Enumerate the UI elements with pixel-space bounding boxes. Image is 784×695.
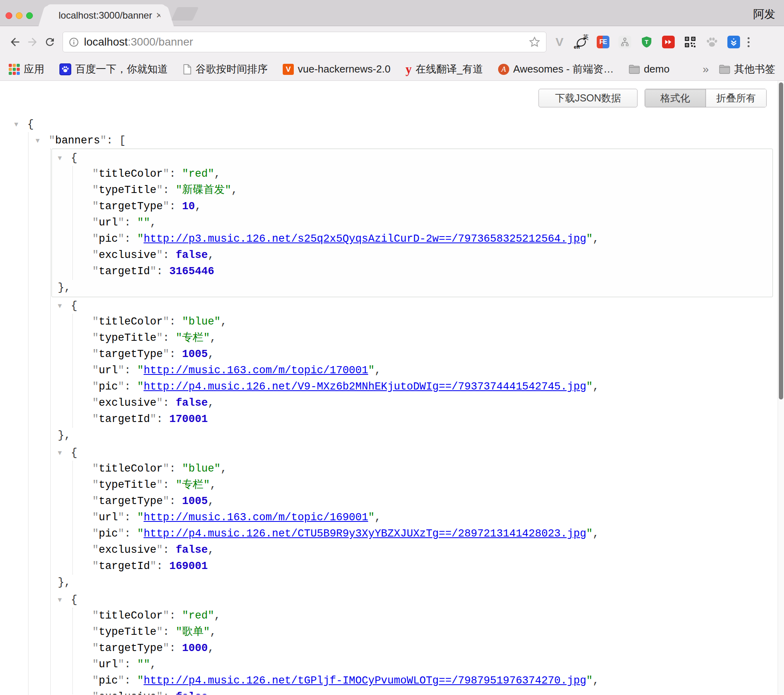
address-bar[interactable]: localhost:3000/banner <box>63 32 546 52</box>
json-key: exclusive <box>92 397 163 409</box>
bookmark-label: 百度一下，你就知道 <box>75 62 168 76</box>
video-speed-extension-icon[interactable] <box>662 35 675 49</box>
view-mode-toggle: 格式化 折叠所有 <box>645 89 767 107</box>
json-line: targetId169001 <box>52 558 773 575</box>
json-line: targetId170001 <box>52 411 773 428</box>
browser-tab[interactable]: localhost:3000/banner × <box>47 4 166 26</box>
bookmark-youdao-translate[interactable]: y 在线翻译_有道 <box>405 62 483 76</box>
shield-extension-icon[interactable]: T <box>640 35 653 49</box>
json-line: typeTitle专栏 <box>52 477 773 493</box>
json-key: exclusive <box>92 691 163 695</box>
json-boolean-value: false <box>176 544 208 556</box>
json-line: exclusivefalse <box>52 689 773 695</box>
browser-toolbar: localhost:3000/banner V 英en FE <box>0 26 784 58</box>
json-key: typeTitle <box>92 332 163 344</box>
json-link[interactable]: http://p4.music.126.net/CTU5B9R9y3XyYBZX… <box>144 528 586 540</box>
collapse-triangle-icon[interactable]: ▼ <box>58 298 71 314</box>
bookmarks-bar: 应用 百度一下，你就知道 谷歌按时间排序 V vue-hackernews-2.… <box>0 58 784 81</box>
collapse-triangle-icon[interactable]: ▼ <box>58 592 71 608</box>
window-minimize-button[interactable] <box>16 12 23 19</box>
json-link[interactable]: http://p3.music.126.net/s25q2x5QyqsAzilC… <box>144 233 586 245</box>
fehelper-icon[interactable]: FE <box>596 35 610 49</box>
bookmark-baidu[interactable]: 百度一下，你就知道 <box>59 62 168 76</box>
json-key: titleColor <box>92 168 169 180</box>
bookmark-google-sort[interactable]: 谷歌按时间排序 <box>183 62 268 76</box>
browser-menu-icon[interactable] <box>748 37 750 47</box>
download-json-button[interactable]: 下载JSON数据 <box>539 89 637 107</box>
translate-extension-icon[interactable]: 英en <box>575 35 588 49</box>
bookmark-star-icon[interactable] <box>529 36 540 48</box>
json-line: urlhttp://music.163.com/m/topic/169001 <box>52 510 773 526</box>
format-button[interactable]: 格式化 <box>645 89 706 107</box>
collapse-triangle-icon[interactable]: ▼ <box>14 116 27 132</box>
tab-close-icon[interactable]: × <box>156 9 162 21</box>
back-button[interactable] <box>6 33 24 51</box>
window-close-button[interactable] <box>6 12 12 19</box>
json-key: targetType <box>92 200 169 212</box>
download-manager-extension-icon[interactable] <box>727 35 740 49</box>
json-line: targetType10 <box>52 199 773 215</box>
banner-object-3: ▼ titleColorblue typeTitle专栏 targetType1… <box>51 444 773 591</box>
json-string-value: 专栏 <box>176 479 210 491</box>
svg-text:T: T <box>645 39 649 45</box>
collapse-all-button[interactable]: 折叠所有 <box>706 89 767 107</box>
vue-v-icon: V <box>283 64 294 75</box>
json-string-value <box>137 217 150 229</box>
json-key: targetType <box>92 495 169 507</box>
collapse-triangle-icon[interactable]: ▼ <box>58 150 71 166</box>
banner-object-1: ▼ titleColorred typeTitle新碟首发 targetType… <box>51 149 773 297</box>
json-line: titleColorblue <box>52 461 773 477</box>
scrollbar-track[interactable] <box>778 81 784 695</box>
qr-code-extension-icon[interactable] <box>683 35 697 49</box>
json-line: titleColorred <box>52 608 773 624</box>
sitemap-extension-icon[interactable] <box>618 35 632 49</box>
json-link[interactable]: http://p4.music.126.net/V9-MXz6b2MNhEKju… <box>144 381 586 393</box>
json-key: url <box>92 365 124 376</box>
json-line: targetType1005 <box>52 346 773 363</box>
window-zoom-button[interactable] <box>26 12 33 19</box>
vue-devtools-icon[interactable]: V <box>553 35 566 49</box>
json-line: targetId3165446 <box>52 263 773 280</box>
paw-extension-icon[interactable] <box>705 35 719 49</box>
json-link[interactable]: http://music.163.com/m/topic/170001 <box>144 365 368 376</box>
json-link-value: http://music.163.com/m/topic/170001 <box>137 365 375 376</box>
bookmark-demo-folder[interactable]: demo <box>629 63 670 75</box>
json-number-value: 10 <box>182 200 195 212</box>
json-link-value: http://p3.music.126.net/s25q2x5QyqsAzilC… <box>137 233 592 245</box>
json-link[interactable]: http://p4.music.126.net/tGPljf-IMOCyPvum… <box>144 675 586 687</box>
json-key: pic <box>92 528 124 540</box>
new-tab-button[interactable] <box>171 7 199 21</box>
json-link-value: http://music.163.com/m/topic/169001 <box>137 512 375 523</box>
json-key: url <box>92 659 124 670</box>
bookmarks-overflow-chevron[interactable]: » <box>702 63 709 76</box>
json-key: titleColor <box>92 463 169 475</box>
bookmark-vue-hackernews[interactable]: V vue-hackernews-2.0 <box>283 63 390 75</box>
collapse-triangle-icon[interactable]: ▼ <box>36 132 49 149</box>
json-link-value: http://p4.music.126.net/V9-MXz6b2MNhEKju… <box>137 381 592 393</box>
banner-object-2: ▼ titleColorblue typeTitle专栏 targetType1… <box>51 297 773 444</box>
json-string-value: red <box>182 610 214 622</box>
json-line: exclusivefalse <box>52 395 773 411</box>
json-string-value: 歌单 <box>176 626 210 638</box>
bookmark-label: 应用 <box>24 62 44 76</box>
scrollbar-thumb[interactable] <box>779 82 783 399</box>
bookmark-awesomes[interactable]: A Awesomes - 前端资… <box>498 62 614 76</box>
json-link[interactable]: http://music.163.com/m/topic/169001 <box>144 512 368 523</box>
bookmark-apps[interactable]: 应用 <box>9 62 44 76</box>
forward-button[interactable] <box>24 33 41 51</box>
json-line: url <box>52 657 773 673</box>
json-key: url <box>92 512 124 523</box>
url-text[interactable]: localhost:3000/banner <box>84 36 529 48</box>
json-line: exclusivefalse <box>52 542 773 558</box>
indent-guide <box>50 149 51 695</box>
other-bookmarks-folder[interactable]: 其他书签 <box>719 62 775 76</box>
bookmark-label: vue-hackernews-2.0 <box>298 63 390 75</box>
profile-name[interactable]: 阿发 <box>753 7 775 22</box>
json-key: targetId <box>92 265 156 277</box>
reload-button[interactable] <box>41 33 59 51</box>
info-icon[interactable] <box>69 37 79 48</box>
json-line: typeTitle新碟首发 <box>52 182 773 199</box>
json-key: pic <box>92 233 124 245</box>
youdao-y-icon: y <box>405 62 412 76</box>
collapse-triangle-icon[interactable]: ▼ <box>58 445 71 461</box>
